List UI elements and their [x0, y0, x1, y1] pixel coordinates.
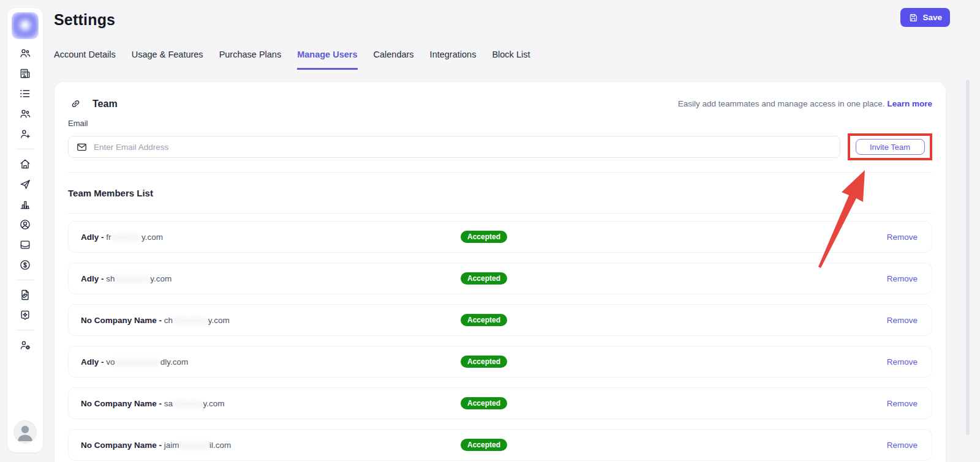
send-icon[interactable]	[19, 178, 31, 190]
redacted-email-segment: xxxxxx	[111, 233, 142, 242]
member-name: Adly - shxxxxxxxy.com	[81, 274, 172, 283]
app-logo-image	[12, 12, 39, 39]
email-input[interactable]	[94, 136, 832, 157]
tab-integrations[interactable]: Integrations	[430, 50, 477, 70]
email-field-label: Email	[68, 119, 932, 128]
status-badge: Accepted	[461, 231, 507, 243]
remove-link[interactable]: Remove	[887, 357, 918, 367]
star-badge-icon[interactable]	[19, 309, 31, 321]
member-name: No Company Name - chxxxxxxxy.com	[81, 316, 230, 325]
status-badge: Accepted	[461, 314, 507, 326]
team-members-list: Adly - frxxxxxxy.com Accepted Remove Adl…	[68, 221, 932, 461]
team-member-row: Adly - frxxxxxxy.com Accepted Remove	[68, 221, 932, 253]
status-badge: Accepted	[461, 439, 507, 451]
envelope-icon	[76, 141, 88, 153]
team-heading: Team	[92, 99, 118, 110]
user-circle-icon[interactable]	[19, 218, 31, 231]
status-badge: Accepted	[461, 356, 507, 368]
remove-link[interactable]: Remove	[887, 233, 918, 242]
invite-team-button[interactable]: Invite Team	[856, 139, 925, 155]
tab-purchase-plans[interactable]: Purchase Plans	[219, 50, 282, 70]
status-badge: Accepted	[461, 397, 507, 409]
redacted-email-segment: xxxxxxx	[173, 316, 208, 325]
email-invite-row: Invite Team	[68, 133, 932, 160]
floppy-disk-icon	[908, 13, 918, 23]
team-section-header: Team Easily add teammates and manage acc…	[68, 82, 932, 110]
user-plus-icon[interactable]	[19, 128, 31, 140]
redacted-email-segment: xxxxxx	[173, 399, 203, 408]
home-icon[interactable]	[19, 158, 31, 170]
page-title: Settings	[54, 11, 115, 29]
sidebar-divider	[16, 149, 34, 149]
remove-link[interactable]: Remove	[887, 441, 918, 450]
redacted-email-segment: xxxxxxxxx	[115, 357, 160, 367]
inbox-icon[interactable]	[19, 239, 31, 251]
sidebar-divider	[16, 280, 34, 280]
redacted-email-segment: xxxxxx	[179, 441, 210, 450]
bar-chart-icon[interactable]	[19, 198, 31, 211]
vertical-scrollbar[interactable]	[966, 80, 970, 435]
tab-usage-features[interactable]: Usage & Features	[132, 50, 203, 70]
app-logo[interactable]	[12, 12, 39, 39]
member-name: No Company Name - jaimxxxxxxil.com	[81, 441, 231, 450]
status-badge: Accepted	[461, 272, 507, 285]
team-member-row: No Company Name - chxxxxxxxy.com Accepte…	[68, 304, 932, 336]
member-name: Adly - voxxxxxxxxxdly.com	[81, 357, 188, 367]
team-description: Easily add teammates and manage access i…	[678, 99, 932, 108]
user-avatar[interactable]	[13, 420, 37, 444]
team-member-row: Adly - voxxxxxxxxxdly.com Accepted Remov…	[68, 346, 932, 378]
save-button-label: Save	[922, 13, 942, 22]
member-name: No Company Name - saxxxxxxy.com	[81, 399, 225, 408]
remove-link[interactable]: Remove	[887, 316, 918, 325]
save-button[interactable]: Save	[900, 8, 950, 27]
tab-account-details[interactable]: Account Details	[54, 50, 116, 70]
sidebar	[7, 7, 43, 453]
tab-block-list[interactable]: Block List	[492, 50, 530, 70]
manage-users-panel: Team Easily add teammates and manage acc…	[54, 81, 946, 462]
list-icon[interactable]	[19, 88, 31, 100]
file-icon[interactable]	[19, 289, 31, 301]
section-divider	[68, 172, 932, 173]
dollar-circle-icon[interactable]	[19, 259, 31, 271]
tab-calendars[interactable]: Calendars	[374, 50, 414, 70]
highlight-box: Invite Team	[848, 133, 932, 160]
person-silhouette-icon	[14, 421, 36, 443]
sidebar-divider	[16, 330, 34, 330]
link-icon	[70, 98, 81, 110]
tabs: Account DetailsUsage & FeaturesPurchase …	[54, 50, 530, 70]
members-divider	[68, 213, 932, 214]
user-gear-icon[interactable]	[19, 339, 31, 351]
team-members-list-heading: Team Members List	[68, 188, 932, 198]
users-2-icon[interactable]	[19, 108, 31, 120]
remove-link[interactable]: Remove	[887, 399, 918, 408]
team-member-row: No Company Name - saxxxxxxy.com Accepted…	[68, 387, 932, 419]
users-icon[interactable]	[19, 47, 31, 59]
team-member-row: Adly - shxxxxxxxy.com Accepted Remove	[68, 263, 932, 294]
building-icon[interactable]	[19, 67, 31, 80]
email-input-container	[68, 136, 840, 158]
remove-link[interactable]: Remove	[887, 274, 918, 283]
member-name: Adly - frxxxxxxy.com	[81, 233, 163, 242]
tab-manage-users[interactable]: Manage Users	[297, 50, 357, 70]
team-member-row: No Company Name - jaimxxxxxxil.com Accep…	[68, 429, 932, 461]
redacted-email-segment: xxxxxxx	[115, 274, 151, 283]
sidebar-nav	[7, 47, 43, 359]
learn-more-link[interactable]: Learn more	[887, 99, 932, 108]
